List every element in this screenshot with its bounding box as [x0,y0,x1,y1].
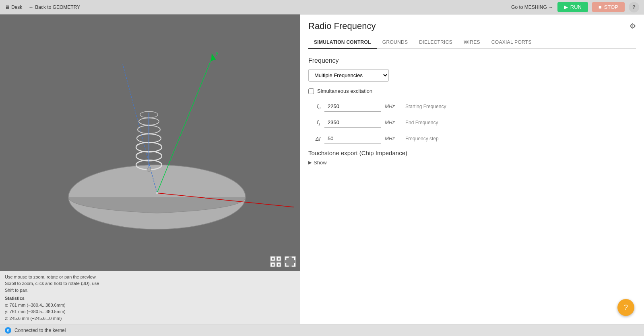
topbar-left: 🖥 Desk ← Back to GEOMETRY [5,4,80,10]
tabs: SIMULATION CONTROL GROUNDS DIELECTRICS W… [308,36,636,49]
back-arrow-icon: ← [29,4,33,10]
svg-rect-17 [271,257,274,260]
help-label: ? [632,4,636,10]
left-panel: y [0,14,300,324]
topbar: 🖥 Desk ← Back to GEOMETRY Go to MESHING … [0,0,644,14]
run-play-icon: ▶ [564,4,568,10]
tab-wires[interactable]: WIRES [458,36,486,49]
simultaneous-excitation-checkbox[interactable] [308,88,314,94]
show-arrow-icon: ▶ [308,160,312,165]
info-panel: Use mouse to zoom, rotate or pan the pre… [0,271,300,324]
f1-unit: MHz [385,120,399,125]
df-input[interactable] [324,133,381,144]
svg-text:y: y [216,50,219,56]
stat-x: x: 761 mm (−380.4...380.6mm) [5,302,295,309]
tab-grounds[interactable]: GROUNDS [377,36,413,49]
stats-title: Statistics [5,295,295,302]
simultaneous-excitation-label[interactable]: Simultaneous excitation [317,88,372,94]
df-unit: MHz [385,136,399,141]
fab-help-button[interactable]: ? [617,299,634,316]
tab-coaxial-ports[interactable]: COAXIAL PORTS [486,36,537,49]
kernel-icon: K [5,327,11,334]
df-row: Δf MHz Frequency step [308,133,636,144]
fab-help-icon: ? [624,303,628,312]
meshing-arrow-icon: → [549,4,553,10]
touchstone-title: Touchstone export (Chip Impedance) [308,150,636,156]
info-line3: Shift to pan. [5,287,295,294]
main-layout: y [0,14,644,324]
stat-z: z: 245.6 mm (−245.6...0 mm) [5,315,295,322]
info-line2: Scroll to zoom, click and hold to rotate… [5,280,295,287]
help-button[interactable]: ? [629,2,639,12]
f1-label: f1 [308,119,320,126]
f1-input[interactable] [324,117,381,128]
f0-row: f0 MHz Starting Frequency [308,101,636,112]
svg-point-15 [147,168,151,172]
back-to-geometry-link[interactable]: ← Back to GEOMETRY [29,4,80,10]
fullscreen-button[interactable] [285,256,296,267]
statusbar: K Connected to the kernel [0,324,644,336]
simultaneous-excitation-row: Simultaneous excitation [308,88,636,94]
info-line1: Use mouse to zoom, rotate or pan the pre… [5,274,295,281]
frequency-select-row: Single Frequency Multiple Frequencies Sw… [308,69,636,82]
desk-label: Desk [11,4,22,10]
desk-icon: 🖥 [5,4,10,10]
viewport-3d[interactable]: y [0,14,300,271]
frequency-section-title: Frequency [308,57,636,64]
svg-point-16 [156,192,158,194]
panel-header: Radio Frequency ⚙ [308,21,636,31]
run-label: RUN [570,4,582,10]
svg-rect-19 [271,263,274,266]
touchstone-section: Touchstone export (Chip Impedance) ▶ Sho… [308,150,636,166]
viewport-controls [270,256,296,267]
panel-title: Radio Frequency [308,21,376,31]
df-label: Δf [308,136,320,142]
fit-view-button[interactable] [270,256,281,267]
settings-gear-icon[interactable]: ⚙ [630,22,636,31]
f0-input[interactable] [324,101,381,112]
frequency-select[interactable]: Single Frequency Multiple Frequencies Sw… [308,69,389,82]
frequency-section: Frequency Single Frequency Multiple Freq… [308,57,636,144]
back-label: Back to GEOMETRY [35,4,80,10]
show-label: Show [314,160,327,166]
f0-desc: Starting Frequency [405,104,446,109]
simulation-control-content: Frequency Single Frequency Multiple Freq… [308,57,636,166]
tab-simulation-control[interactable]: SIMULATION CONTROL [308,36,377,49]
svg-rect-18 [277,257,280,260]
desk-link[interactable]: 🖥 Desk [5,4,22,10]
stop-label: STOP [604,4,618,10]
f0-label: f0 [308,103,320,110]
stat-y: y: 761 mm (−380.5...380.5mm) [5,308,295,315]
stop-button[interactable]: ■ STOP [592,2,625,12]
f0-unit: MHz [385,104,399,109]
connected-label: Connected to the kernel [14,328,66,333]
f1-desc: End Frequency [405,120,438,125]
run-button[interactable]: ▶ RUN [557,2,588,12]
tab-dielectrics[interactable]: DIELECTRICS [413,36,458,49]
show-touchstone-link[interactable]: ▶ Show [308,160,636,166]
f1-row: f1 MHz End Frequency [308,117,636,128]
right-panel: Radio Frequency ⚙ SIMULATION CONTROL GRO… [300,14,644,324]
df-desc: Frequency step [405,136,439,141]
meshing-label: Go to MESHING [511,4,547,10]
go-to-meshing-link[interactable]: Go to MESHING → [511,4,553,10]
stop-icon: ■ [599,4,602,10]
topbar-right: Go to MESHING → ▶ RUN ■ STOP ? [511,2,639,12]
svg-rect-20 [277,263,280,266]
